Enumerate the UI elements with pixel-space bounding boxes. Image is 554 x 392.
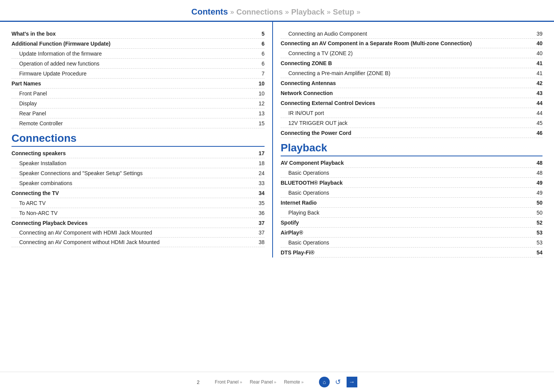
tab-connections[interactable]: Connections bbox=[236, 8, 283, 16]
toc-label: Firmware Update Procedure bbox=[12, 71, 253, 77]
toc-page: 53 bbox=[531, 239, 542, 246]
tab-contents[interactable]: Contents bbox=[191, 7, 228, 17]
toc-label: Connecting Antennas bbox=[281, 80, 531, 86]
toc-row-audio-component: Connecting an Audio Component 39 bbox=[281, 29, 542, 39]
footer-page-number: 2 bbox=[197, 379, 199, 385]
main-content: What's in the box 5 Additional Function … bbox=[0, 22, 554, 258]
toc-row-speaker-connections: Speaker Connections and "Speaker Setup" … bbox=[12, 168, 265, 178]
toc-page: 41 bbox=[531, 70, 542, 76]
connections-divider bbox=[12, 146, 265, 147]
toc-page: 7 bbox=[253, 71, 265, 77]
toc-row-non-arc-tv: To Non-ARC TV 36 bbox=[12, 208, 265, 218]
tab-setup[interactable]: Setup bbox=[333, 8, 354, 16]
toc-page: 18 bbox=[253, 160, 265, 166]
toc-label: Connecting Playback Devices bbox=[12, 220, 253, 226]
toc-label: Part Names bbox=[12, 80, 253, 87]
tab-playback[interactable]: Playback bbox=[291, 8, 325, 16]
chevron-icon: » bbox=[301, 380, 304, 384]
header-nav: Contents » Connections » Playback » Setu… bbox=[0, 7, 554, 17]
footer-link-front-panel[interactable]: Front Panel » bbox=[215, 379, 242, 385]
toc-page: 37 bbox=[253, 220, 265, 226]
toc-page: 43 bbox=[531, 90, 542, 96]
toc-label: Connecting an AV Component with HDMI Jac… bbox=[12, 230, 253, 236]
next-arrow-icon[interactable]: → bbox=[347, 377, 357, 387]
toc-row-speaker-combinations: Speaker combinations 33 bbox=[12, 178, 265, 188]
toc-row-connecting-playback: Connecting Playback Devices 37 bbox=[12, 218, 265, 228]
toc-page: 41 bbox=[531, 60, 542, 66]
toc-label: Internet Radio bbox=[281, 200, 531, 206]
toc-page: 48 bbox=[531, 170, 542, 176]
chevron-icon: » bbox=[240, 380, 242, 384]
toc-label: Operation of added new functions bbox=[12, 61, 253, 67]
toc-page: 34 bbox=[253, 190, 265, 196]
toc-row-ir-port: IR IN/OUT port 44 bbox=[281, 108, 542, 118]
sep-2: » bbox=[285, 8, 289, 16]
front-panel-label: Front Panel bbox=[215, 379, 238, 385]
toc-page: 17 bbox=[253, 150, 265, 156]
toc-label: Connecting ZONE B bbox=[281, 60, 531, 66]
toc-label: Speaker Installation bbox=[12, 160, 253, 166]
toc-row-network-connection: Network Connection 43 bbox=[281, 88, 542, 98]
toc-label: 12V TRIGGER OUT jack bbox=[281, 120, 531, 126]
toc-label: Connecting an AV Component without HDMI … bbox=[12, 239, 253, 245]
toc-row-firmware-procedure: Firmware Update Procedure 7 bbox=[12, 69, 265, 79]
toc-page: 45 bbox=[531, 120, 542, 126]
toc-page: 13 bbox=[253, 110, 265, 116]
toc-row-av-basic-ops: Basic Operations 48 bbox=[281, 168, 542, 178]
toc-row-connecting-speakers: Connecting speakers 17 bbox=[12, 148, 265, 158]
toc-row-bt-basic-ops: Basic Operations 49 bbox=[281, 188, 542, 198]
toc-page: 46 bbox=[531, 130, 542, 136]
toc-row-arc-tv: To ARC TV 35 bbox=[12, 198, 265, 208]
toc-row-playing-back: Playing Back 50 bbox=[281, 208, 542, 218]
toc-row-front-panel: Front Panel 10 bbox=[12, 89, 265, 98]
toc-row-external-control: Connecting External Control Devices 44 bbox=[281, 98, 542, 108]
toc-page: 44 bbox=[531, 110, 542, 116]
toc-page: 6 bbox=[253, 61, 265, 67]
refresh-icon[interactable]: ↺ bbox=[333, 377, 344, 387]
playback-section-heading: Playback bbox=[281, 138, 542, 156]
toc-row-power-cord: Connecting the Power Cord 46 bbox=[281, 128, 542, 138]
toc-row-multizone: Connecting an AV Component in a Separate… bbox=[281, 39, 542, 48]
toc-page: 52 bbox=[531, 220, 542, 226]
toc-page: 10 bbox=[253, 80, 265, 87]
toc-page: 12 bbox=[253, 100, 265, 107]
toc-label: Remote Controller bbox=[12, 120, 253, 126]
toc-page: 5 bbox=[253, 31, 265, 37]
page-footer: 2 Front Panel » Rear Panel » Remote » ⌂ … bbox=[0, 372, 554, 392]
toc-label: AV Component Playback bbox=[281, 160, 531, 166]
toc-label: Rear Panel bbox=[12, 110, 253, 116]
page-header: Contents » Connections » Playback » Setu… bbox=[0, 0, 554, 22]
toc-row-rear-panel: Rear Panel 13 bbox=[12, 108, 265, 118]
toc-row-bluetooth-playback: BLUETOOTH® Playback 49 bbox=[281, 178, 542, 188]
toc-row-hdmi-mounted: Connecting an AV Component with HDMI Jac… bbox=[12, 228, 265, 238]
toc-label: Connecting an AV Component in a Separate… bbox=[281, 40, 531, 46]
toc-page: 6 bbox=[253, 41, 265, 47]
toc-label: Playing Back bbox=[281, 210, 531, 216]
toc-row-12v-trigger: 12V TRIGGER OUT jack 45 bbox=[281, 118, 542, 128]
toc-page: 24 bbox=[253, 170, 265, 176]
toc-row-part-names: Part Names 10 bbox=[12, 79, 265, 89]
sep-3: » bbox=[327, 8, 330, 16]
footer-icons: ⌂ ↺ → bbox=[319, 377, 357, 387]
toc-label: Speaker combinations bbox=[12, 180, 253, 186]
toc-label: Basic Operations bbox=[281, 190, 531, 196]
footer-link-rear-panel[interactable]: Rear Panel » bbox=[250, 379, 276, 385]
home-icon[interactable]: ⌂ bbox=[319, 377, 330, 387]
toc-row-no-hdmi-mounted: Connecting an AV Component without HDMI … bbox=[12, 238, 265, 247]
toc-page: 53 bbox=[531, 230, 542, 236]
toc-label: What's in the box bbox=[12, 31, 253, 37]
toc-page: 48 bbox=[531, 160, 542, 166]
toc-label: Connecting speakers bbox=[12, 150, 253, 156]
toc-row-display: Display 12 bbox=[12, 98, 265, 108]
toc-page: 35 bbox=[253, 200, 265, 206]
toc-page: 39 bbox=[531, 31, 542, 37]
toc-page: 40 bbox=[531, 40, 542, 46]
toc-label: Spotify bbox=[281, 220, 531, 226]
toc-row-spotify: Spotify 52 bbox=[281, 218, 542, 228]
toc-page: 54 bbox=[531, 249, 542, 256]
sep-4: » bbox=[357, 8, 360, 16]
footer-link-remote[interactable]: Remote » bbox=[284, 379, 304, 385]
footer-links: Front Panel » Rear Panel » Remote » bbox=[215, 379, 304, 385]
toc-label: Update Information of the firmware bbox=[12, 51, 253, 57]
toc-label: To ARC TV bbox=[12, 200, 253, 206]
